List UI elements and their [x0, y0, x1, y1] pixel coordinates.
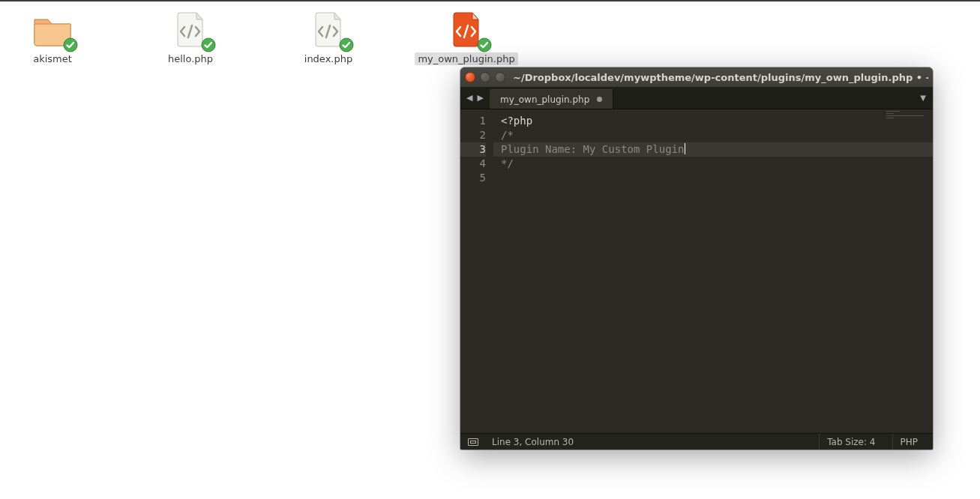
editor-tabs: ◀ ▶ my_own_plugin.php ▼	[460, 87, 933, 109]
desktop-icons: akismethello.phpindex.phpmy_own_plugin.p…	[7, 10, 511, 65]
icon-label: index.php	[301, 52, 355, 65]
window-maximize-button[interactable]	[495, 72, 505, 82]
icon-label: akismet	[30, 52, 75, 65]
file-icon[interactable]: index.php	[283, 10, 373, 65]
tab-nav-arrows[interactable]: ◀ ▶	[460, 87, 490, 109]
editor-window: ~/Dropbox/localdev/mywptheme/wp-content/…	[460, 67, 933, 450]
icon-label: my_own_plugin.php	[415, 52, 517, 65]
layout-icon[interactable]	[468, 438, 478, 446]
code-line[interactable]: /*	[493, 128, 933, 142]
line-gutter: 12345	[460, 109, 493, 433]
file-tab[interactable]: my_own_plugin.php	[490, 89, 613, 109]
tab-prev-icon[interactable]: ◀	[466, 93, 472, 103]
dirty-indicator-icon	[597, 97, 602, 102]
syntax-mode[interactable]: PHP	[892, 434, 926, 450]
code-line[interactable]: <?php	[493, 114, 933, 128]
file-tab-label: my_own_plugin.php	[500, 94, 589, 105]
window-minimize-button[interactable]	[480, 72, 490, 82]
cursor-position[interactable]: Line 3, Column 30	[492, 437, 574, 447]
code-line[interactable]	[493, 171, 933, 185]
window-title: ~/Dropbox/localdev/mywptheme/wp-content/…	[513, 72, 928, 83]
folder-icon[interactable]: akismet	[7, 10, 97, 65]
code-line[interactable]: Plugin Name: My Custom Plugin	[493, 142, 933, 157]
minimap[interactable]	[886, 111, 931, 123]
editor-statusbar: Line 3, Column 30 Tab Size: 4 PHP	[460, 433, 933, 450]
file-icon[interactable]: my_own_plugin.php	[421, 10, 511, 65]
tab-next-icon[interactable]: ▶	[477, 93, 483, 103]
window-close-button[interactable]	[465, 72, 475, 82]
code-content[interactable]: <?php/*Plugin Name: My Custom Plugin*/	[493, 109, 933, 433]
tab-size[interactable]: Tab Size: 4	[819, 434, 883, 450]
icon-label: hello.php	[165, 52, 216, 65]
tabs-dropdown[interactable]: ▼	[913, 87, 933, 109]
file-icon[interactable]: hello.php	[145, 10, 235, 65]
code-area[interactable]: 12345 <?php/*Plugin Name: My Custom Plug…	[460, 109, 933, 433]
code-line[interactable]: */	[493, 157, 933, 171]
desktop: akismethello.phpindex.phpmy_own_plugin.p…	[0, 1, 980, 499]
editor-titlebar[interactable]: ~/Dropbox/localdev/mywptheme/wp-content/…	[460, 67, 933, 87]
